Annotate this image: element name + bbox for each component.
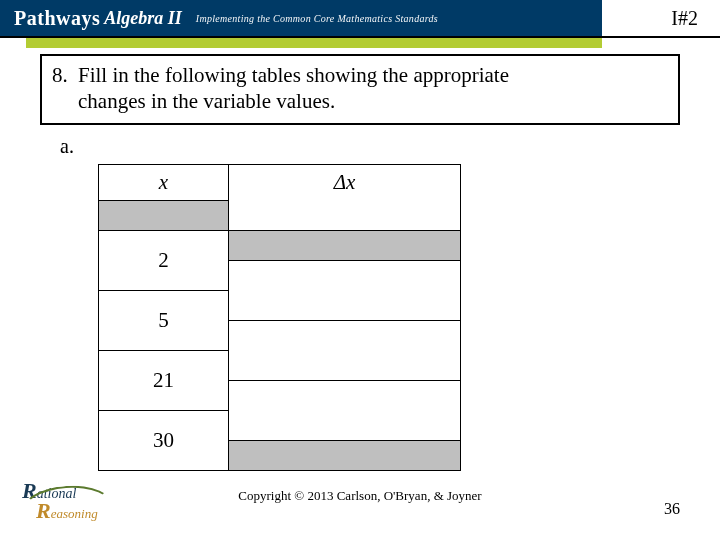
page-number: 36 <box>664 500 680 518</box>
copyright-text: Copyright © 2013 Carlson, O'Bryan, & Joy… <box>0 488 720 504</box>
page-code: I#2 <box>602 0 720 36</box>
header-bar: Pathways Algebra II Implementing the Com… <box>0 0 720 38</box>
table-header-x: x <box>99 164 229 200</box>
dx-fill[interactable] <box>229 320 461 380</box>
brand-algebra: Algebra II <box>104 8 182 29</box>
dx-fill[interactable] <box>229 380 461 440</box>
footer: Copyright © 2013 Carlson, O'Bryan, & Joy… <box>0 488 720 504</box>
header-tagline: Implementing the Common Core Mathematics… <box>196 13 438 24</box>
header-left: Pathways Algebra II Implementing the Com… <box>0 0 602 36</box>
accent-bar <box>0 38 720 48</box>
pad-cell <box>99 200 229 230</box>
table-header-dx: Δx <box>229 164 461 230</box>
values-table: x Δx 2 5 21 30 <box>98 164 461 471</box>
x-cell: 5 <box>99 290 229 350</box>
question-text-line1: Fill in the following tables showing the… <box>78 63 509 87</box>
dx-fill[interactable] <box>229 260 461 320</box>
x-cell: 2 <box>99 230 229 290</box>
dx-gap <box>229 440 461 470</box>
question-text-line2: changes in the variable values. <box>78 89 335 113</box>
question-box: 8.Fill in the following tables showing t… <box>40 54 680 125</box>
x-cell: 30 <box>99 410 229 470</box>
dx-gap <box>229 230 461 260</box>
brand-pathways: Pathways <box>14 7 100 30</box>
sub-label: a. <box>60 135 680 158</box>
question-number: 8. <box>52 62 78 88</box>
x-cell: 21 <box>99 350 229 410</box>
